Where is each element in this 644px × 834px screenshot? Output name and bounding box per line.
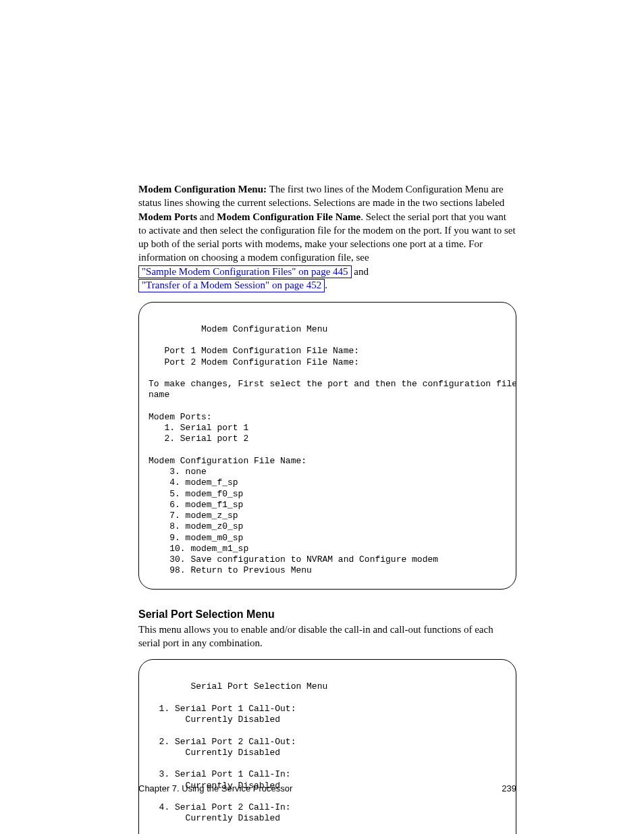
terminal-modem-configuration-menu: Modem Configuration Menu Port 1 Modem Co… xyxy=(138,302,516,590)
t2-item-4-status: Currently Disabled xyxy=(149,813,280,823)
t2-item-2-label[interactable]: 2. Serial Port 2 Call-Out: xyxy=(149,737,296,747)
page-content: Modem Configuration Menu: The first two … xyxy=(138,0,516,834)
t1-port2-status: Port 2 Modem Configuration File Name: xyxy=(149,357,359,367)
section-para: This menu allows you to enable and/or di… xyxy=(138,623,516,650)
t1-item-modem-m1-sp[interactable]: 10. modem_m1_sp xyxy=(149,544,248,554)
t1-item-modem-z-sp[interactable]: 7. modem_z_sp xyxy=(149,511,238,521)
t1-item-none[interactable]: 3. none xyxy=(149,467,207,477)
intro-lead-bold: Modem Configuration Menu: xyxy=(138,184,269,194)
t1-port1-status: Port 1 Modem Configuration File Name: xyxy=(149,346,359,356)
intro-and: and xyxy=(352,266,369,277)
intro-label-modem-config-file-name: Modem Configuration File Name xyxy=(217,211,360,222)
terminal-serial-port-selection-menu: Serial Port Selection Menu 1. Serial Por… xyxy=(138,659,516,834)
t1-item-modem-f1-sp[interactable]: 6. modem_f1_sp xyxy=(149,500,243,510)
intro-mid: and xyxy=(197,211,217,222)
t1-instruction-l1: To make changes, First select the port a… xyxy=(149,379,516,389)
link-transfer-modem-session[interactable]: "Transfer of a Modem Session" on page 45… xyxy=(138,279,325,292)
footer-chapter: Chapter 7. Using the Service Processor xyxy=(138,783,292,793)
t1-item-modem-f0-sp[interactable]: 5. modem_f0_sp xyxy=(149,489,243,499)
footer-page-number: 239 xyxy=(502,783,516,793)
t1-item-modem-z0-sp[interactable]: 8. modem_z0_sp xyxy=(149,521,243,531)
t1-item-modem-m0-sp[interactable]: 9. modem_m0_sp xyxy=(149,533,243,543)
link-sample-modem-config-files[interactable]: "Sample Modem Configuration Files" on pa… xyxy=(138,265,352,279)
t1-item-serial-port-2[interactable]: 2. Serial port 2 xyxy=(149,434,248,444)
t1-instruction-l2: name xyxy=(149,390,169,400)
t2-item-1-label[interactable]: 1. Serial Port 1 Call-Out: xyxy=(149,704,296,714)
t2-item-2-status: Currently Disabled xyxy=(149,748,280,758)
t1-item-save-config[interactable]: 30. Save configuration to NVRAM and Conf… xyxy=(149,554,438,565)
intro-period: . xyxy=(325,280,327,290)
intro-label-modem-ports: Modem Ports xyxy=(138,211,197,222)
t2-item-1-status: Currently Disabled xyxy=(149,714,280,725)
t1-item-modem-f-sp[interactable]: 4. modem_f_sp xyxy=(149,477,238,488)
t1-title: Modem Configuration Menu xyxy=(149,324,327,334)
t1-heading-config-file: Modem Configuration File Name: xyxy=(149,456,306,466)
intro-paragraph: Modem Configuration Menu: The first two … xyxy=(138,182,516,292)
t1-heading-modem-ports: Modem Ports: xyxy=(149,412,212,422)
t1-item-serial-port-1[interactable]: 1. Serial port 1 xyxy=(149,423,248,433)
t1-item-return[interactable]: 98. Return to Previous Menu xyxy=(149,565,312,575)
section-heading-serial-port-selection-menu: Serial Port Selection Menu xyxy=(138,608,516,621)
t2-item-3-label[interactable]: 3. Serial Port 1 Call-In: xyxy=(149,769,291,779)
t2-title: Serial Port Selection Menu xyxy=(149,681,327,692)
t2-item-4-label[interactable]: 4. Serial Port 2 Call-In: xyxy=(149,802,291,812)
page-footer: Chapter 7. Using the Service Processor 2… xyxy=(138,783,516,793)
